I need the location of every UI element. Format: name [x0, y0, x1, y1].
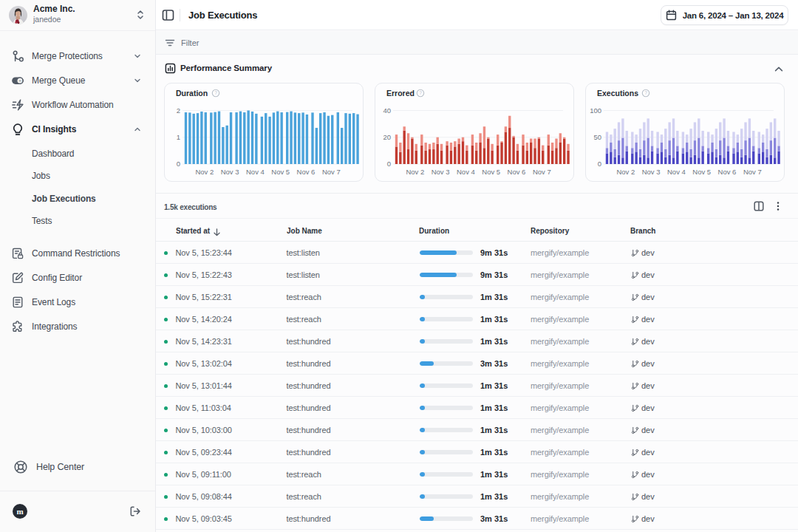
svg-text:Nov 6: Nov 6	[297, 168, 316, 176]
svg-text:Nov 2: Nov 2	[406, 168, 424, 176]
svg-text:Executions: Executions	[597, 89, 638, 98]
svg-text:Nov 6: Nov 6	[508, 168, 526, 176]
svg-text:Nov 3: Nov 3	[221, 168, 239, 176]
svg-text:Nov 3: Nov 3	[642, 168, 661, 176]
svg-text:Nov 2: Nov 2	[195, 168, 214, 176]
svg-text:Nov 7: Nov 7	[322, 168, 341, 176]
svg-text:100: 100	[590, 106, 601, 115]
svg-text:50: 50	[593, 133, 601, 141]
svg-text:Nov 3: Nov 3	[432, 168, 450, 176]
svg-text:n: n	[18, 78, 21, 83]
svg-text:0: 0	[598, 160, 601, 168]
svg-text:0: 0	[177, 160, 180, 168]
svg-text:Nov 4: Nov 4	[457, 168, 475, 176]
svg-text:Nov 4: Nov 4	[246, 168, 265, 176]
svg-text:Nov 4: Nov 4	[667, 168, 686, 176]
svg-text:40: 40	[383, 106, 391, 115]
svg-text:?: ?	[214, 90, 217, 95]
svg-text:Nov 7: Nov 7	[533, 168, 551, 176]
svg-text:?: ?	[419, 90, 422, 95]
svg-text:0: 0	[387, 160, 391, 168]
svg-text:20: 20	[383, 133, 391, 141]
svg-text:Nov 2: Nov 2	[616, 168, 635, 176]
svg-text:1: 1	[177, 133, 180, 141]
svg-text:Nov 6: Nov 6	[718, 168, 737, 176]
svg-text:Nov 5: Nov 5	[482, 168, 500, 176]
svg-text:Nov 5: Nov 5	[271, 168, 290, 176]
svg-text:Nov 7: Nov 7	[743, 168, 762, 176]
svg-text:2: 2	[177, 106, 180, 115]
svg-text:Nov 5: Nov 5	[692, 168, 711, 176]
svg-text:?: ?	[644, 90, 647, 95]
svg-text:m: m	[16, 507, 23, 516]
svg-text:Errored: Errored	[386, 89, 415, 98]
svg-text:Duration: Duration	[176, 89, 208, 98]
